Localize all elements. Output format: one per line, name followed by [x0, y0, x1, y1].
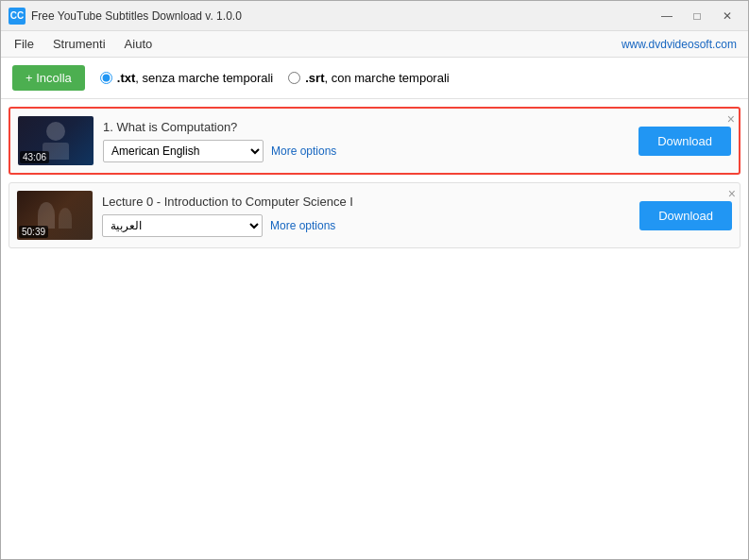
- website-link[interactable]: www.dvdvideosoft.com: [621, 38, 737, 51]
- download-area-1: Download: [638, 127, 731, 156]
- menu-strumenti[interactable]: Strumenti: [43, 33, 115, 55]
- paste-label: + Incolla: [26, 71, 72, 85]
- menu-file[interactable]: File: [5, 33, 43, 55]
- format-radio-group: .txt, senza marche temporali .srt, con m…: [100, 71, 450, 85]
- video-item-2: 50:39 Lecture 0 - Introduction to Comput…: [9, 182, 740, 248]
- duration-1: 43:06: [20, 151, 49, 163]
- close-button[interactable]: ✕: [714, 7, 740, 25]
- content-area: 43:06 1. What is Computation? American E…: [1, 99, 748, 559]
- menu-bar: File Strumenti Aiuto www.dvdvideosoft.co…: [1, 31, 748, 58]
- close-item-button-2[interactable]: ×: [728, 187, 736, 200]
- video-controls-2: العربية English More options: [102, 214, 630, 237]
- srt-radio[interactable]: [288, 72, 300, 84]
- video-info-2: Lecture 0 - Introduction to Computer Sci…: [102, 195, 630, 237]
- download-button-2[interactable]: Download: [639, 201, 732, 230]
- maximize-button[interactable]: □: [684, 7, 710, 25]
- download-button-1[interactable]: Download: [638, 127, 731, 156]
- toolbar: + Incolla .txt, senza marche temporali .…: [1, 58, 748, 99]
- more-options-link-1[interactable]: More options: [271, 144, 336, 158]
- video-title-2: Lecture 0 - Introduction to Computer Sci…: [102, 195, 630, 209]
- app-icon: CC: [9, 8, 26, 25]
- paste-button[interactable]: + Incolla: [12, 65, 85, 91]
- video-item-1: 43:06 1. What is Computation? American E…: [9, 107, 740, 175]
- video-controls-1: American English English More options: [103, 140, 629, 162]
- txt-option[interactable]: .txt, senza marche temporali: [100, 71, 273, 85]
- video-info-1: 1. What is Computation? American English…: [103, 120, 629, 162]
- language-select-2[interactable]: العربية English: [102, 214, 263, 237]
- window-controls: — □ ✕: [654, 7, 740, 25]
- minimize-button[interactable]: —: [654, 7, 680, 25]
- srt-label: .srt, con marche temporali: [305, 71, 449, 85]
- srt-option[interactable]: .srt, con marche temporali: [288, 71, 449, 85]
- txt-label: .txt, senza marche temporali: [117, 71, 273, 85]
- menu-aiuto[interactable]: Aiuto: [115, 33, 162, 55]
- more-options-link-2[interactable]: More options: [270, 219, 335, 232]
- txt-radio[interactable]: [100, 72, 112, 84]
- thumbnail-2: 50:39: [17, 191, 93, 240]
- download-area-2: Download: [639, 201, 732, 230]
- title-bar: CC Free YouTube Subtitles Download v. 1.…: [1, 1, 748, 31]
- duration-2: 50:39: [19, 226, 48, 238]
- video-title-1: 1. What is Computation?: [103, 120, 629, 134]
- thumbnail-1: 43:06: [18, 116, 94, 165]
- language-select-1[interactable]: American English English: [103, 140, 264, 162]
- app-title: Free YouTube Subtitles Download v. 1.0.0: [31, 9, 654, 23]
- main-window: CC Free YouTube Subtitles Download v. 1.…: [0, 0, 749, 560]
- close-item-button-1[interactable]: ×: [727, 112, 735, 126]
- website-area: www.dvdvideosoft.com: [621, 37, 737, 51]
